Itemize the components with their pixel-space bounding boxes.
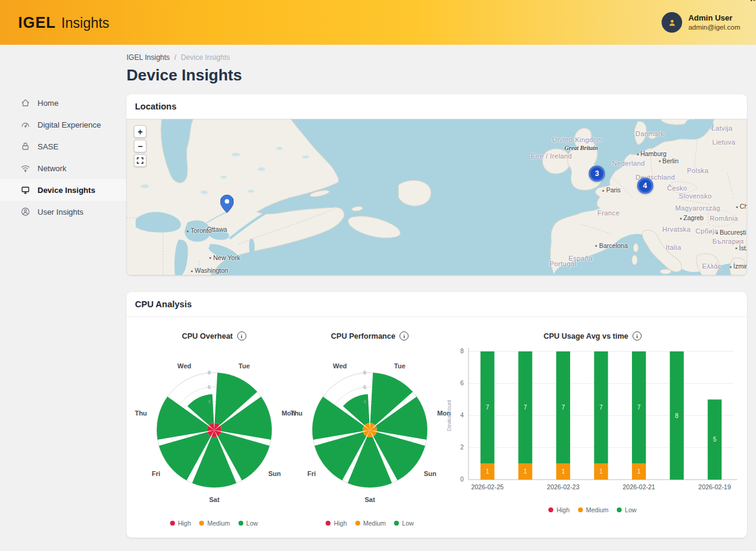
legend-dot: [238, 521, 243, 526]
legend-dot: [326, 521, 330, 526]
map-fullscreen-button[interactable]: [134, 154, 146, 167]
legend-dot: [355, 521, 360, 526]
sidebar-item-home[interactable]: Home: [0, 92, 127, 114]
radial-tick-label: 4: [363, 399, 366, 405]
igel-spark-icon: [750, 0, 756, 1]
chart-legend: HighMediumLow: [548, 506, 636, 514]
bar-value-label: 5: [713, 436, 717, 443]
x-tick-label: 2026-02-23: [547, 483, 580, 491]
breadcrumb-root-link[interactable]: IGEL Insights: [127, 53, 170, 62]
legend-item-medium[interactable]: Medium: [199, 520, 229, 527]
legend-item-medium[interactable]: Medium: [578, 506, 608, 514]
y-tick-label: 2: [460, 444, 464, 451]
y-tick-label: 8: [460, 348, 464, 354]
y-tick-label: 0: [460, 476, 464, 483]
info-icon[interactable]: i: [633, 331, 642, 341]
cpu-card-title: CPU Analysis: [127, 292, 747, 317]
bar-value-label: 7: [562, 404, 565, 411]
igel-logo: IGEL Insights: [18, 14, 110, 31]
polar-chart: TueMonSunSatFriThuWed468: [285, 342, 455, 517]
map-pin-marker[interactable]: [220, 195, 234, 215]
user-email: admin@igel.com: [688, 23, 740, 31]
legend-dot: [394, 521, 399, 526]
chart-legend: HighMediumLow: [170, 520, 258, 527]
map-controls: + −: [134, 125, 146, 167]
chart-legend: HighMediumLow: [326, 520, 413, 527]
chart-panel-cpu-overheat: CPU OverheatiTueMonSunSatFriThuWed468Hig…: [134, 323, 294, 534]
legend-item-high[interactable]: High: [170, 520, 191, 527]
breadcrumb-current: Device Insights: [181, 53, 230, 62]
breadcrumb-separator: /: [174, 53, 176, 62]
sidebar-item-digital-experience[interactable]: Digital Experience: [0, 114, 127, 135]
legend-item-high[interactable]: High: [548, 506, 570, 514]
home-icon: [21, 98, 30, 108]
polar-day-label: Sat: [209, 496, 219, 503]
gauge-icon: [21, 120, 30, 129]
chart-panel-cpu-performance: CPU PerformanceiTueMonSunSatFriThuWed468…: [294, 323, 445, 534]
legend-dot: [578, 507, 583, 512]
sidebar-item-device-insights[interactable]: Device Insights: [0, 179, 127, 201]
cpu-analysis-card: CPU Analysis CPU OverheatiTueMonSunSatFr…: [127, 292, 747, 538]
sidebar-item-user-insights[interactable]: User Insights: [0, 201, 127, 223]
polar-day-label: Tue: [394, 362, 406, 370]
chart-title: CPU Usage Avg vs time: [544, 332, 628, 341]
bar-value-label: 1: [486, 468, 490, 475]
sidebar-item-network[interactable]: Network: [0, 157, 127, 179]
radial-tick-label: 6: [363, 384, 366, 390]
bar-value-label: 7: [524, 404, 527, 411]
sidebar-item-label: Network: [38, 164, 67, 173]
polar-day-label: Wed: [333, 362, 347, 370]
polar-chart: TueMonSunSatFriThuWed468: [130, 342, 299, 517]
locations-map[interactable]: + − OttawaTorontoNew YorkWashingtonUnite…: [127, 119, 747, 275]
bar-value-label: 7: [486, 404, 490, 411]
legend-item-high[interactable]: High: [326, 520, 347, 527]
user-icon: [21, 207, 30, 217]
radial-tick-label: 4: [207, 399, 210, 405]
info-icon[interactable]: i: [237, 331, 246, 341]
x-tick-label: 2026-02-21: [623, 483, 656, 491]
map-basemap: [127, 119, 747, 275]
sidebar-item-label: Digital Experience: [38, 120, 101, 129]
legend-item-low[interactable]: Low: [617, 506, 636, 514]
legend-item-low[interactable]: Low: [394, 520, 413, 527]
polar-day-label: Tue: [238, 362, 250, 370]
radial-tick-label: 6: [207, 384, 210, 390]
avatar[interactable]: [662, 12, 682, 33]
y-tick-label: 6: [460, 380, 464, 386]
sidebar-item-label: Device Insights: [38, 186, 95, 195]
legend-item-low[interactable]: Low: [238, 520, 258, 527]
locations-card: Locations: [127, 94, 747, 275]
map-cluster-marker[interactable]: 3: [589, 165, 605, 181]
sidebar: HomeDigital ExperienceSASENetworkDevice …: [0, 45, 127, 551]
info-icon[interactable]: i: [399, 331, 409, 341]
polar-day-label: Sun: [424, 470, 436, 477]
user-menu[interactable]: Admin User admin@igel.com: [662, 12, 740, 33]
map-cluster-marker[interactable]: 4: [637, 177, 653, 194]
radial-tick-label: 8: [363, 370, 366, 376]
bar-value-label: 1: [637, 468, 641, 475]
polar-day-label: Thu: [134, 409, 146, 417]
polar-day-label: Fri: [151, 470, 160, 477]
legend-dot: [548, 507, 553, 512]
sidebar-item-label: Home: [38, 99, 59, 108]
app-header: IGEL Insights Admin User admin@igel.com: [0, 0, 756, 45]
monitor-icon: [21, 185, 30, 195]
legend-item-medium[interactable]: Medium: [355, 520, 386, 527]
x-tick-label: 2026-02-19: [698, 483, 731, 491]
sidebar-item-sase[interactable]: SASE: [0, 135, 127, 157]
charts-row: CPU OverheatiTueMonSunSatFriThuWed468Hig…: [127, 317, 747, 538]
y-axis-title: Device count: [446, 399, 452, 431]
polar-day-label: Thu: [291, 409, 303, 417]
map-zoom-out-button[interactable]: −: [134, 140, 146, 152]
chart-panel-cpu-usage-avg-vs-time: CPU Usage Avg vs timei02468172026-02-251…: [445, 323, 740, 534]
person-icon: [668, 18, 677, 27]
x-tick-label: 2026-02-25: [471, 483, 504, 491]
bar-value-label: 7: [599, 404, 603, 411]
sidebar-item-label: User Insights: [38, 207, 84, 217]
map-zoom-in-button[interactable]: +: [134, 125, 146, 138]
wifi-icon: [21, 163, 30, 173]
legend-dot: [170, 521, 175, 526]
sidebar-item-label: SASE: [38, 142, 59, 151]
page-title: Device Insights: [127, 66, 747, 85]
legend-dot: [617, 507, 622, 512]
